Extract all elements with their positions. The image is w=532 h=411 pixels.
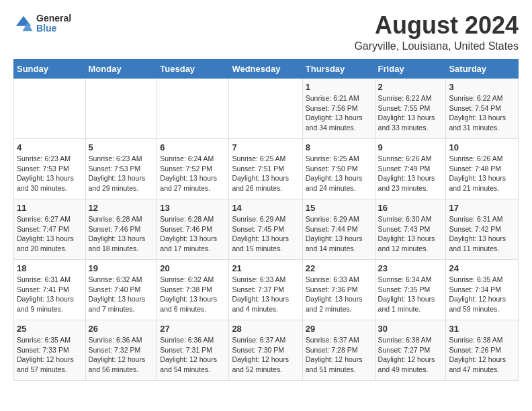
- cell-content: Sunrise: 6:25 AMSunset: 7:50 PMDaylight:…: [306, 154, 372, 193]
- cell-content: Sunrise: 6:35 AMSunset: 7:33 PMDaylight:…: [17, 335, 83, 375]
- day-header-friday: Friday: [375, 60, 446, 79]
- calendar-cell: [14, 79, 86, 139]
- cell-content: Sunrise: 6:36 AMSunset: 7:31 PMDaylight:…: [160, 335, 226, 375]
- cell-content: Sunrise: 6:31 AMSunset: 7:42 PMDaylight:…: [449, 214, 515, 254]
- week-row-1: 1Sunrise: 6:21 AMSunset: 7:56 PMDaylight…: [14, 79, 519, 139]
- cell-content: Sunrise: 6:25 AMSunset: 7:51 PMDaylight:…: [232, 154, 299, 193]
- cell-content: Sunrise: 6:22 AMSunset: 7:55 PMDaylight:…: [378, 93, 443, 133]
- calendar-cell: 9Sunrise: 6:26 AMSunset: 7:49 PMDaylight…: [375, 139, 446, 199]
- cell-content: Sunrise: 6:26 AMSunset: 7:49 PMDaylight:…: [378, 154, 443, 193]
- day-header-saturday: Saturday: [446, 60, 519, 79]
- calendar-cell: 31Sunrise: 6:38 AMSunset: 7:26 PMDayligh…: [446, 320, 519, 381]
- month-year-title: August 2024: [354, 13, 519, 38]
- cell-content: Sunrise: 6:38 AMSunset: 7:26 PMDaylight:…: [449, 335, 515, 375]
- cell-content: Sunrise: 6:21 AMSunset: 7:56 PMDaylight:…: [306, 93, 372, 133]
- calendar-cell: 30Sunrise: 6:38 AMSunset: 7:27 PMDayligh…: [375, 320, 446, 381]
- day-number: 14: [232, 203, 299, 213]
- day-number: 13: [160, 203, 226, 213]
- cell-content: Sunrise: 6:32 AMSunset: 7:38 PMDaylight:…: [160, 275, 226, 314]
- day-number: 30: [378, 324, 443, 334]
- calendar-cell: 3Sunrise: 6:22 AMSunset: 7:54 PMDaylight…: [446, 79, 519, 139]
- location-text: Garyville, Louisiana, United States: [354, 40, 519, 52]
- day-number: 17: [449, 203, 515, 213]
- day-header-sunday: Sunday: [14, 60, 86, 79]
- calendar-cell: 4Sunrise: 6:23 AMSunset: 7:53 PMDaylight…: [14, 139, 86, 199]
- day-number: 2: [378, 82, 443, 92]
- week-row-4: 18Sunrise: 6:31 AMSunset: 7:41 PMDayligh…: [14, 260, 519, 320]
- day-number: 4: [17, 142, 83, 152]
- calendar-cell: [229, 79, 302, 139]
- calendar-table: SundayMondayTuesdayWednesdayThursdayFrid…: [13, 59, 519, 381]
- day-number: 5: [89, 142, 154, 152]
- day-number: 10: [449, 142, 515, 152]
- calendar-cell: 1Sunrise: 6:21 AMSunset: 7:56 PMDaylight…: [302, 79, 375, 139]
- week-row-5: 25Sunrise: 6:35 AMSunset: 7:33 PMDayligh…: [14, 320, 519, 381]
- calendar-cell: 8Sunrise: 6:25 AMSunset: 7:50 PMDaylight…: [302, 139, 375, 199]
- day-number: 11: [17, 203, 83, 213]
- day-number: 19: [89, 263, 154, 273]
- cell-content: Sunrise: 6:29 AMSunset: 7:44 PMDaylight:…: [306, 214, 372, 254]
- calendar-cell: 16Sunrise: 6:30 AMSunset: 7:43 PMDayligh…: [375, 199, 446, 260]
- calendar-body: 1Sunrise: 6:21 AMSunset: 7:56 PMDaylight…: [14, 79, 519, 381]
- cell-content: Sunrise: 6:29 AMSunset: 7:45 PMDaylight:…: [232, 214, 299, 254]
- logo-general-text: General: [36, 13, 71, 24]
- calendar-cell: 11Sunrise: 6:27 AMSunset: 7:47 PMDayligh…: [14, 199, 86, 260]
- day-number: 27: [160, 324, 226, 334]
- cell-content: Sunrise: 6:27 AMSunset: 7:47 PMDaylight:…: [17, 214, 83, 254]
- cell-content: Sunrise: 6:23 AMSunset: 7:53 PMDaylight:…: [17, 154, 83, 193]
- day-number: 12: [89, 203, 154, 213]
- day-number: 29: [306, 324, 372, 334]
- calendar-cell: 5Sunrise: 6:23 AMSunset: 7:53 PMDaylight…: [85, 139, 157, 199]
- cell-content: Sunrise: 6:35 AMSunset: 7:34 PMDaylight:…: [449, 275, 515, 314]
- calendar-cell: 14Sunrise: 6:29 AMSunset: 7:45 PMDayligh…: [229, 199, 302, 260]
- cell-content: Sunrise: 6:28 AMSunset: 7:46 PMDaylight:…: [89, 214, 154, 254]
- calendar-cell: 10Sunrise: 6:26 AMSunset: 7:48 PMDayligh…: [446, 139, 519, 199]
- calendar-cell: 6Sunrise: 6:24 AMSunset: 7:52 PMDaylight…: [157, 139, 229, 199]
- day-header-tuesday: Tuesday: [157, 60, 229, 79]
- header-row: SundayMondayTuesdayWednesdayThursdayFrid…: [14, 60, 519, 79]
- cell-content: Sunrise: 6:38 AMSunset: 7:27 PMDaylight:…: [378, 335, 443, 375]
- calendar-cell: 28Sunrise: 6:37 AMSunset: 7:30 PMDayligh…: [229, 320, 302, 381]
- cell-content: Sunrise: 6:24 AMSunset: 7:52 PMDaylight:…: [160, 154, 226, 193]
- day-number: 26: [89, 324, 154, 334]
- day-header-monday: Monday: [85, 60, 157, 79]
- cell-content: Sunrise: 6:31 AMSunset: 7:41 PMDaylight:…: [17, 275, 83, 314]
- day-number: 23: [378, 263, 443, 273]
- cell-content: Sunrise: 6:36 AMSunset: 7:32 PMDaylight:…: [89, 335, 154, 375]
- day-number: 9: [378, 142, 443, 152]
- day-number: 20: [160, 263, 226, 273]
- calendar-cell: 18Sunrise: 6:31 AMSunset: 7:41 PMDayligh…: [14, 260, 86, 320]
- calendar-cell: 20Sunrise: 6:32 AMSunset: 7:38 PMDayligh…: [157, 260, 229, 320]
- cell-content: Sunrise: 6:34 AMSunset: 7:35 PMDaylight:…: [378, 275, 443, 314]
- day-number: 25: [17, 324, 83, 334]
- calendar-cell: 19Sunrise: 6:32 AMSunset: 7:40 PMDayligh…: [85, 260, 157, 320]
- cell-content: Sunrise: 6:37 AMSunset: 7:28 PMDaylight:…: [306, 335, 372, 375]
- calendar-cell: 24Sunrise: 6:35 AMSunset: 7:34 PMDayligh…: [446, 260, 519, 320]
- cell-content: Sunrise: 6:23 AMSunset: 7:53 PMDaylight:…: [89, 154, 154, 193]
- day-number: 1: [306, 82, 372, 92]
- calendar-cell: 29Sunrise: 6:37 AMSunset: 7:28 PMDayligh…: [302, 320, 375, 381]
- cell-content: Sunrise: 6:32 AMSunset: 7:40 PMDaylight:…: [89, 275, 154, 314]
- day-number: 16: [378, 203, 443, 213]
- calendar-cell: [157, 79, 229, 139]
- week-row-3: 11Sunrise: 6:27 AMSunset: 7:47 PMDayligh…: [14, 199, 519, 260]
- day-number: 7: [232, 142, 299, 152]
- cell-content: Sunrise: 6:28 AMSunset: 7:46 PMDaylight:…: [160, 214, 226, 254]
- cell-content: Sunrise: 6:33 AMSunset: 7:36 PMDaylight:…: [306, 275, 372, 314]
- cell-content: Sunrise: 6:22 AMSunset: 7:54 PMDaylight:…: [449, 93, 515, 133]
- calendar-cell: 22Sunrise: 6:33 AMSunset: 7:36 PMDayligh…: [302, 260, 375, 320]
- logo-icon: [13, 13, 34, 34]
- day-header-wednesday: Wednesday: [229, 60, 302, 79]
- day-number: 21: [232, 263, 299, 273]
- title-section: August 2024 Garyville, Louisiana, United…: [354, 13, 519, 52]
- page-header: General Blue August 2024 Garyville, Loui…: [13, 13, 519, 52]
- logo-blue-text: Blue: [36, 24, 71, 34]
- calendar-cell: [85, 79, 157, 139]
- calendar-cell: 15Sunrise: 6:29 AMSunset: 7:44 PMDayligh…: [302, 199, 375, 260]
- calendar-cell: 23Sunrise: 6:34 AMSunset: 7:35 PMDayligh…: [375, 260, 446, 320]
- cell-content: Sunrise: 6:30 AMSunset: 7:43 PMDaylight:…: [378, 214, 443, 254]
- calendar-cell: 27Sunrise: 6:36 AMSunset: 7:31 PMDayligh…: [157, 320, 229, 381]
- day-number: 3: [449, 82, 515, 92]
- calendar-header: SundayMondayTuesdayWednesdayThursdayFrid…: [14, 60, 519, 79]
- svg-marker-0: [16, 16, 32, 26]
